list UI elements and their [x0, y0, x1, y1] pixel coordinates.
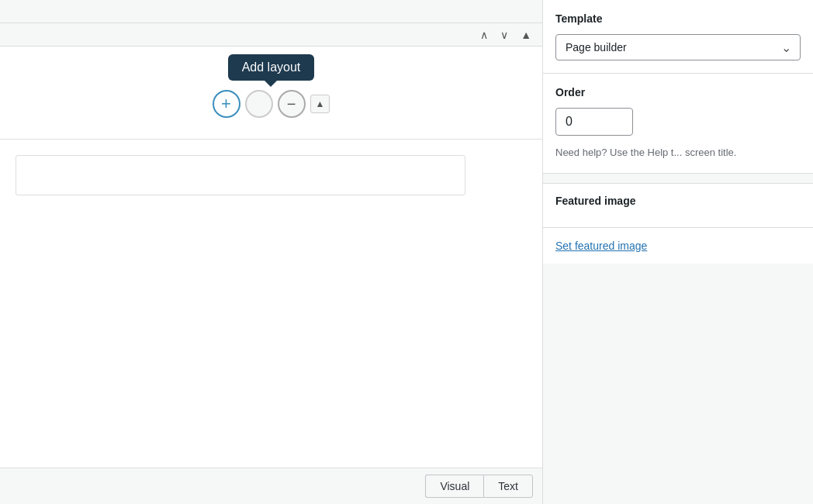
layout-gray-button[interactable]: [245, 90, 273, 118]
add-layout-tooltip: Add layout: [228, 54, 315, 81]
editor-tabs-bar: Visual Text: [0, 468, 542, 504]
set-featured-image-button[interactable]: Set featured image: [555, 240, 647, 252]
layout-section: Add layout + − ▲: [0, 47, 542, 140]
featured-image-title: Featured image: [555, 195, 801, 207]
featured-image-section: Featured image Set featured image: [543, 183, 813, 264]
layout-buttons-group: + − ▲: [213, 90, 330, 118]
featured-image-body: Set featured image: [543, 228, 813, 264]
content-area-empty: [16, 211, 527, 273]
template-select[interactable]: Default Template Page builder Full Width: [555, 34, 801, 60]
triangle-up-button[interactable]: ▲: [517, 27, 535, 43]
add-layout-plus-button[interactable]: +: [213, 90, 240, 118]
text-area-section: [0, 140, 542, 468]
featured-image-header: Featured image: [543, 184, 813, 228]
order-section-title: Order: [555, 86, 801, 98]
arrow-up-icon: ▲: [316, 98, 325, 109]
order-section: Order Need help? Use the Help t... scree…: [543, 74, 813, 174]
main-layout: ∧ ∨ ▲ Add layout + − ▲: [0, 0, 813, 504]
tab-text[interactable]: Text: [483, 475, 533, 498]
top-navigation-bar: ∧ ∨ ▲: [0, 23, 542, 47]
up-arrow-button[interactable]: ∧: [477, 27, 491, 43]
template-section: Template Default Template Page builder F…: [543, 0, 813, 74]
right-panel: Template Default Template Page builder F…: [543, 0, 813, 504]
help-text: Need help? Use the Help t... screen titl…: [555, 145, 801, 161]
left-panel: ∧ ∨ ▲ Add layout + − ▲: [0, 0, 543, 504]
tab-visual[interactable]: Visual: [425, 475, 483, 498]
text-input-box[interactable]: [16, 155, 465, 195]
top-stripe-bar: [0, 0, 542, 23]
remove-layout-button[interactable]: −: [278, 90, 306, 118]
down-arrow-button[interactable]: ∨: [497, 27, 511, 43]
order-input[interactable]: [555, 108, 633, 136]
template-section-title: Template: [555, 12, 801, 25]
plus-icon: +: [221, 95, 231, 112]
tooltip-label: Add layout: [242, 60, 301, 74]
minus-icon: −: [287, 95, 296, 113]
move-up-button[interactable]: ▲: [310, 95, 330, 113]
template-select-wrapper: Default Template Page builder Full Width…: [555, 34, 801, 60]
